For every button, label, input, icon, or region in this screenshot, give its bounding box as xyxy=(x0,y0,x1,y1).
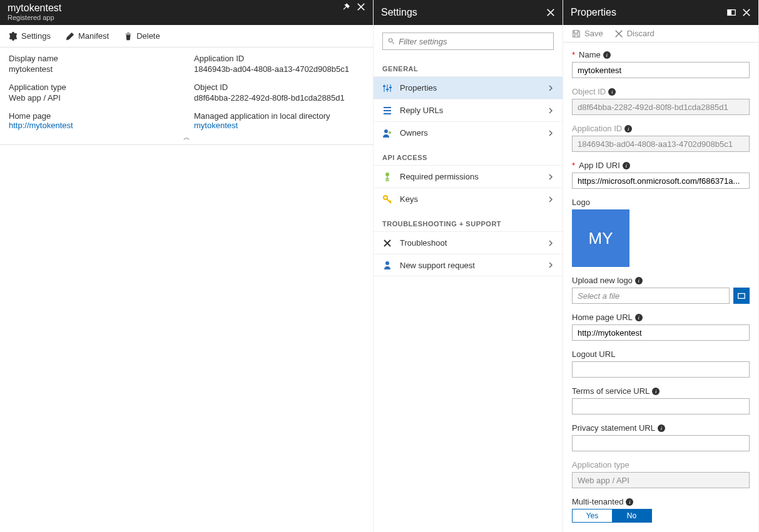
section-trouble: TROUBLESHOOTING + SUPPORT xyxy=(374,210,563,231)
svg-point-0 xyxy=(389,39,392,43)
home-page-url-input[interactable] xyxy=(572,324,750,341)
discard-button[interactable]: Discard xyxy=(614,29,655,38)
logo-label: Logo xyxy=(572,198,590,207)
info-icon[interactable]: i xyxy=(658,424,665,432)
info-icon[interactable]: i xyxy=(652,388,660,395)
save-icon xyxy=(572,29,581,38)
manifest-button[interactable]: Manifest xyxy=(66,31,109,41)
maximize-icon[interactable] xyxy=(727,8,736,17)
svg-point-7 xyxy=(384,129,388,133)
pencil-icon xyxy=(66,32,74,41)
nav-keys[interactable]: Keys xyxy=(374,188,563,210)
object-id-label: Object ID xyxy=(572,87,606,96)
nav-new-support[interactable]: New support request xyxy=(374,254,563,276)
chevron-right-icon xyxy=(548,240,554,246)
tos-url-input[interactable] xyxy=(572,398,750,414)
upload-logo-label: Upload new logo xyxy=(572,276,633,285)
collapse-details-button[interactable]: ︽ xyxy=(0,130,373,145)
managed-app-link[interactable]: mytokentest xyxy=(194,121,238,130)
svg-point-9 xyxy=(385,173,389,176)
blade1-toolbar: Settings Manifest Delete xyxy=(0,25,373,48)
blade2-header: Settings xyxy=(374,0,563,25)
nav-troubleshoot[interactable]: Troubleshoot xyxy=(374,231,563,254)
svg-rect-14 xyxy=(738,294,745,299)
nav-required-permissions[interactable]: Required permissions xyxy=(374,165,563,188)
logout-url-label: Logout URL xyxy=(572,349,615,359)
toggle-yes[interactable]: Yes xyxy=(573,509,612,522)
permissions-icon xyxy=(382,172,392,182)
info-icon[interactable]: i xyxy=(635,314,643,321)
filter-settings-input-wrap[interactable] xyxy=(382,33,554,50)
info-icon[interactable]: i xyxy=(626,498,633,506)
chevron-right-icon xyxy=(548,130,554,136)
info-icon[interactable]: i xyxy=(635,277,643,284)
chevron-right-icon xyxy=(548,174,554,180)
upload-logo-input[interactable] xyxy=(572,288,730,304)
privacy-url-label: Privacy statement URL xyxy=(572,423,655,433)
svg-rect-13 xyxy=(728,10,731,16)
nav-reply-urls[interactable]: Reply URLs xyxy=(374,99,563,121)
name-input[interactable] xyxy=(572,62,750,78)
close-icon[interactable] xyxy=(546,8,555,17)
trash-icon xyxy=(124,32,133,41)
svg-point-8 xyxy=(389,131,391,134)
support-icon xyxy=(382,260,392,270)
blade3-title: Properties xyxy=(571,7,616,18)
pin-icon[interactable] xyxy=(342,3,350,11)
gear-icon xyxy=(9,32,18,41)
info-icon[interactable]: i xyxy=(623,162,630,169)
home-page-link[interactable]: http://mytokentest xyxy=(9,121,73,130)
info-icon[interactable]: i xyxy=(603,51,611,59)
detail-app-id: Application ID 1846943b-ad04-4808-aa13-4… xyxy=(194,54,364,74)
tos-url-label: Terms of service URL xyxy=(572,386,649,396)
svg-rect-6 xyxy=(389,87,392,88)
save-button[interactable]: Save xyxy=(572,29,603,38)
details-grid: Display name mytokentest Application ID … xyxy=(0,48,373,130)
detail-home-page: Home page http://mytokentest xyxy=(9,111,179,130)
privacy-url-input[interactable] xyxy=(572,435,750,451)
blade3-header: Properties xyxy=(563,0,758,25)
close-icon[interactable] xyxy=(742,8,751,17)
logo-tile: MY xyxy=(572,209,629,267)
list-icon xyxy=(382,106,392,116)
discard-icon xyxy=(614,29,623,38)
app-id-uri-label: App ID URI xyxy=(579,161,620,170)
tools-icon xyxy=(382,238,392,248)
properties-form: *Name i Object ID i Application ID i *Ap… xyxy=(563,43,758,531)
svg-rect-4 xyxy=(383,86,385,87)
nav-properties[interactable]: Properties xyxy=(374,76,563,99)
toggle-no[interactable]: No xyxy=(612,509,651,522)
info-icon[interactable]: i xyxy=(624,125,632,133)
chevron-right-icon xyxy=(548,108,554,114)
browse-button[interactable] xyxy=(733,288,750,304)
svg-rect-2 xyxy=(387,84,388,92)
app-type-input xyxy=(572,472,750,488)
svg-point-11 xyxy=(385,261,389,265)
nav-owners[interactable]: Owners xyxy=(374,121,563,144)
app-type-label: Application type xyxy=(572,460,629,469)
owners-icon xyxy=(382,128,392,138)
detail-display-name: Display name mytokentest xyxy=(9,54,179,74)
settings-button[interactable]: Settings xyxy=(9,31,51,41)
delete-button[interactable]: Delete xyxy=(124,31,160,41)
detail-app-type: Application type Web app / API xyxy=(9,83,179,103)
chevron-right-icon xyxy=(548,196,554,203)
section-general: GENERAL xyxy=(374,55,563,76)
logout-url-input[interactable] xyxy=(572,361,750,378)
chevron-right-icon xyxy=(548,85,554,91)
app-id-uri-input[interactable] xyxy=(572,173,750,189)
close-icon[interactable] xyxy=(357,3,365,11)
home-page-url-label: Home page URL xyxy=(572,313,633,322)
multi-tenanted-label: Multi-tenanted xyxy=(572,497,623,506)
multi-tenanted-toggle[interactable]: Yes No xyxy=(572,509,652,523)
blade2-title: Settings xyxy=(381,7,417,18)
blade1-header: mytokentest Registered app xyxy=(0,0,373,25)
name-label: Name xyxy=(579,50,601,59)
section-api: API ACCESS xyxy=(374,144,563,165)
command-bar: Save Discard xyxy=(563,25,758,43)
chevron-right-icon xyxy=(548,262,554,268)
filter-settings-input[interactable] xyxy=(399,37,548,46)
key-icon xyxy=(382,194,392,204)
sliders-icon xyxy=(382,83,392,93)
info-icon[interactable]: i xyxy=(608,88,616,96)
